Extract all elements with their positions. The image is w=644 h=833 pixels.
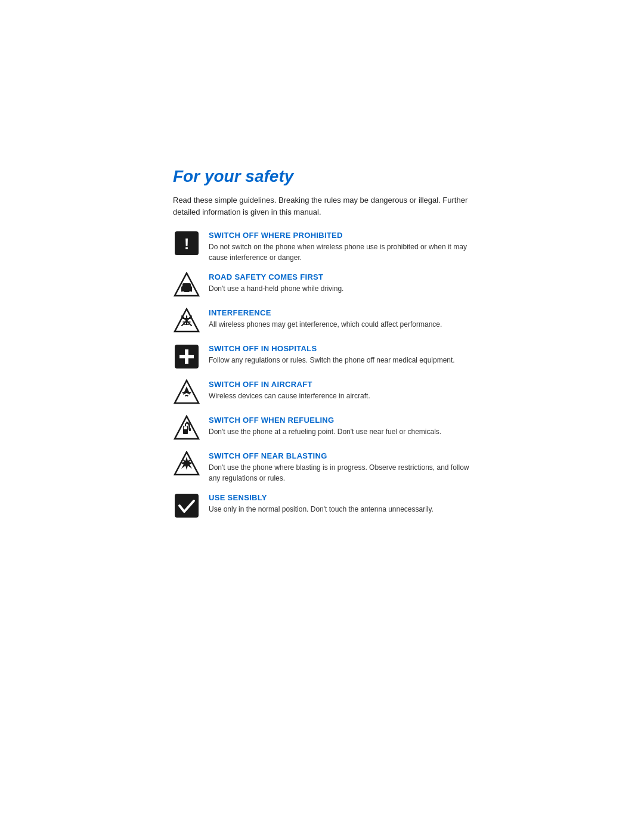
hospitals-desc: Follow any regulations or rules. Switch …	[209, 355, 471, 366]
switch-off-prohibited-icon: !	[173, 230, 200, 257]
svg-rect-4	[182, 283, 191, 288]
blasting-title: SWITCH OFF NEAR BLASTING	[209, 451, 471, 460]
hospitals-title: SWITCH OFF IN HOSPITALS	[209, 344, 471, 353]
road-safety-title: ROAD SAFETY COMES FIRST	[209, 272, 471, 281]
safety-list: ! SWITCH OFF WHERE PROHIBITED Do not swi…	[173, 230, 471, 519]
road-safety-desc: Don't use a hand-held phone while drivin…	[209, 283, 471, 294]
blasting-icon	[173, 450, 200, 478]
svg-point-6	[189, 292, 192, 295]
interference-content: INTERFERENCE All wireless phones may get…	[209, 307, 471, 330]
aircraft-content: SWITCH OFF IN AIRCRAFT Wireless devices …	[209, 379, 471, 401]
interference-title: INTERFERENCE	[209, 308, 471, 317]
use-sensibly-desc: Use only in the normal position. Don't t…	[209, 504, 471, 515]
list-item: SWITCH OFF IN HOSPITALS Follow any regul…	[173, 343, 471, 370]
list-item: ! SWITCH OFF WHERE PROHIBITED Do not swi…	[173, 230, 471, 263]
aircraft-icon	[173, 379, 200, 406]
blasting-content: SWITCH OFF NEAR BLASTING Don't use the p…	[209, 450, 471, 484]
use-sensibly-content: USE SENSIBLY Use only in the normal posi…	[209, 492, 471, 515]
hospitals-icon	[173, 343, 200, 370]
interference-desc: All wireless phones may get interference…	[209, 319, 471, 330]
switch-off-prohibited-content: SWITCH OFF WHERE PROHIBITED Do not switc…	[209, 230, 471, 263]
refueling-icon	[173, 414, 200, 442]
svg-rect-20	[184, 426, 187, 429]
road-safety-icon	[173, 271, 200, 299]
refueling-content: SWITCH OFF WHEN REFUELING Don't use the …	[209, 414, 471, 437]
page-title: For your safety	[173, 167, 471, 186]
list-item: SWITCH OFF WHEN REFUELING Don't use the …	[173, 414, 471, 442]
road-safety-content: ROAD SAFETY COMES FIRST Don't use a hand…	[209, 271, 471, 294]
switch-off-prohibited-title: SWITCH OFF WHERE PROHIBITED	[209, 231, 471, 240]
svg-point-5	[182, 292, 185, 295]
use-sensibly-icon	[173, 492, 200, 519]
use-sensibly-title: USE SENSIBLY	[209, 493, 471, 502]
aircraft-title: SWITCH OFF IN AIRCRAFT	[209, 380, 471, 389]
refueling-title: SWITCH OFF WHEN REFUELING	[209, 416, 471, 425]
list-item: ROAD SAFETY COMES FIRST Don't use a hand…	[173, 271, 471, 299]
page-container: For your safety Read these simple guidel…	[173, 0, 471, 639]
hospitals-content: SWITCH OFF IN HOSPITALS Follow any regul…	[209, 343, 471, 366]
aircraft-desc: Wireless devices can cause interference …	[209, 391, 471, 401]
interference-icon	[173, 307, 200, 335]
list-item: INTERFERENCE All wireless phones may get…	[173, 307, 471, 335]
switch-off-prohibited-desc: Do not switch on the phone when wireless…	[209, 241, 471, 263]
list-item: SWITCH OFF IN AIRCRAFT Wireless devices …	[173, 379, 471, 406]
svg-rect-16	[179, 355, 194, 358]
svg-rect-22	[189, 428, 191, 431]
list-item: USE SENSIBLY Use only in the normal posi…	[173, 492, 471, 519]
intro-text: Read these simple guidelines. Breaking t…	[173, 194, 471, 218]
svg-rect-21	[185, 423, 186, 426]
refueling-desc: Don't use the phone at a refueling point…	[209, 426, 471, 437]
svg-text:!: !	[184, 235, 190, 253]
blasting-desc: Don't use the phone where blasting is in…	[209, 462, 471, 484]
list-item: SWITCH OFF NEAR BLASTING Don't use the p…	[173, 450, 471, 484]
